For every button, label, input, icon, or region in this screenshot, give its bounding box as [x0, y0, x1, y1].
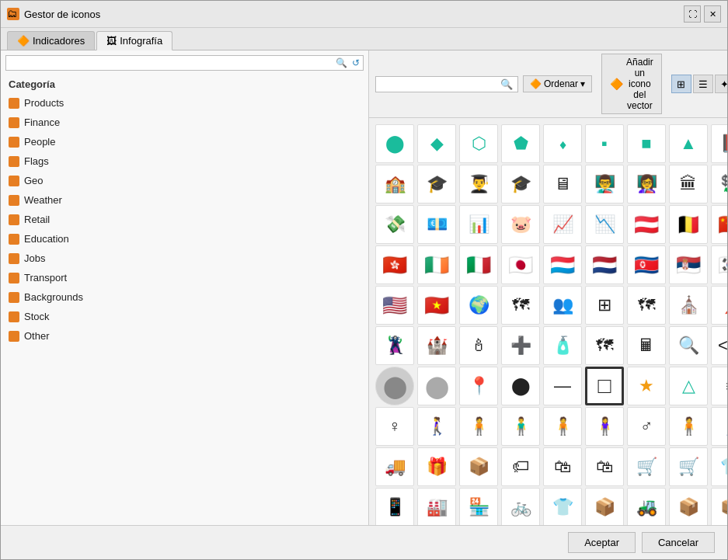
icon-cell[interactable]: ▲ [669, 124, 708, 163]
sidebar-item-other[interactable]: Other [5, 326, 364, 346]
icon-cell[interactable]: 🇺🇸 [375, 286, 414, 325]
view-grid-button[interactable]: ⊞ [671, 75, 691, 93]
icon-cell[interactable]: 📦 [585, 488, 624, 525]
icon-cell[interactable]: □ [585, 367, 624, 405]
icon-cell[interactable]: ≡ [711, 367, 727, 405]
icon-cell[interactable]: 🇷🇸 [669, 245, 708, 284]
icon-cell[interactable]: — [543, 367, 582, 405]
cancel-button[interactable]: Cancelar [642, 532, 715, 553]
icon-cell[interactable]: 📊 [459, 205, 498, 244]
icon-cell[interactable]: 🏛 [669, 165, 708, 203]
icon-cell[interactable]: 👨‍🏫 [585, 165, 624, 203]
icon-cell[interactable]: 🏫 [375, 165, 414, 203]
icon-cell[interactable]: 🗺 [585, 326, 624, 365]
icon-cell[interactable]: 🎁 [417, 447, 456, 486]
sidebar-item-flags[interactable]: Flags [5, 151, 364, 171]
icon-cell[interactable]: 🛒 [669, 447, 708, 486]
icon-cell[interactable]: ⬤ [501, 367, 540, 405]
icon-cell[interactable]: 🏰 [417, 326, 456, 365]
icon-cell[interactable]: 🛒 [627, 447, 666, 486]
tab-infografia[interactable]: 🖼 Infografía [96, 31, 172, 50]
icon-cell[interactable]: 💶 [417, 205, 456, 244]
icon-cell[interactable]: 🧍 [543, 407, 582, 446]
icon-cell[interactable]: 🇭🇰 [375, 245, 414, 284]
icon-cell[interactable]: 💱 [711, 165, 727, 203]
sidebar-item-retail[interactable]: Retail [5, 210, 364, 229]
sidebar-item-backgrounds[interactable]: Backgrounds [5, 287, 364, 307]
add-vector-button[interactable]: 🔶 Añadir un icono del vector [601, 54, 662, 114]
icon-cell[interactable]: 🚶 [711, 407, 727, 446]
icon-cell[interactable]: 💸 [375, 205, 414, 244]
icon-cell[interactable]: </> [711, 326, 727, 365]
icon-cell[interactable]: 🗼 [711, 286, 727, 325]
icon-cell[interactable]: 🚜 [627, 488, 666, 525]
icon-cell[interactable]: 📍 [459, 367, 498, 405]
close-button[interactable]: ✕ [704, 5, 721, 23]
icon-cell[interactable]: 🛍 [585, 447, 624, 486]
icon-cell[interactable]: 📉 [585, 205, 624, 244]
icon-cell[interactable]: 🇰🇵 [627, 245, 666, 284]
icon-cell[interactable]: 🇻🇳 [417, 286, 456, 325]
icon-cell[interactable]: 🖩 [627, 326, 666, 365]
sort-button[interactable]: 🔶 Ordenar ▾ [523, 75, 592, 92]
sidebar-refresh-button[interactable]: ↺ [352, 57, 360, 68]
icon-cell[interactable]: 🚚 [375, 447, 414, 486]
icon-cell[interactable]: 🔍 [669, 326, 708, 365]
maximize-button[interactable]: ⛶ [684, 5, 701, 23]
icon-cell[interactable]: 👩‍🏫 [627, 165, 666, 203]
sidebar-item-education[interactable]: Education [5, 229, 364, 249]
icon-cell[interactable]: 🧴 [543, 326, 582, 365]
right-search-input[interactable] [381, 78, 497, 89]
sidebar-item-products[interactable]: Products [5, 93, 364, 113]
icon-cell[interactable]: 🧍 [459, 407, 498, 446]
icon-cell[interactable]: 🇯🇵 [501, 245, 540, 284]
icon-cell[interactable]: 🧍 [669, 407, 708, 446]
icon-cell[interactable]: 🛍 [543, 447, 582, 486]
tab-indicadores[interactable]: 🔶 Indicadores [7, 31, 95, 50]
icon-cell[interactable]: 🖥 [543, 165, 582, 203]
icon-cell[interactable]: 👕 [543, 488, 582, 525]
accept-button[interactable]: Aceptar [568, 532, 636, 553]
icon-cell[interactable]: 🇦🇹 [627, 205, 666, 244]
icon-cell[interactable]: 🇮🇪 [417, 245, 456, 284]
icon-cell[interactable]: ★ [627, 367, 666, 405]
icon-cell[interactable]: 🐷 [501, 205, 540, 244]
icon-cell[interactable]: ⬤ [375, 124, 414, 163]
icon-cell[interactable]: 🇱🇺 [543, 245, 582, 284]
sidebar-item-transport[interactable]: Transport [5, 268, 364, 287]
icon-cell[interactable]: 🎓 [501, 165, 540, 203]
icon-cell[interactable]: 🇧🇪 [669, 205, 708, 244]
view-settings-button[interactable]: ✦ [715, 75, 727, 93]
icon-cell[interactable]: 🏭 [417, 488, 456, 525]
icon-cell[interactable]: 🌍 [459, 286, 498, 325]
icon-cell[interactable]: 🇨🇳 [711, 205, 727, 244]
sidebar-item-finance[interactable]: Finance [5, 113, 364, 132]
icon-cell[interactable]: △ [669, 367, 708, 405]
icon-cell[interactable]: ■ [627, 124, 666, 163]
sidebar-search-input[interactable] [9, 57, 333, 68]
icon-cell[interactable]: 📦 [711, 488, 727, 525]
icon-cell[interactable]: 🇮🇹 [459, 245, 498, 284]
icon-cell[interactable]: ▪ [585, 124, 624, 163]
icon-cell[interactable]: ⬡ [459, 124, 498, 163]
icon-cell[interactable]: 🎓 [417, 165, 456, 203]
icon-cell[interactable]: 🏷 [501, 447, 540, 486]
icon-cell[interactable]: 🗺 [627, 286, 666, 325]
icon-cell[interactable]: ⬤ [417, 367, 456, 405]
icon-cell[interactable]: ⬟ [501, 124, 540, 163]
icon-cell[interactable]: 🧍‍♀ [585, 407, 624, 446]
icon-cell[interactable]: ♂ [627, 407, 666, 446]
icon-cell[interactable]: 🇳🇱 [585, 245, 624, 284]
view-list-button[interactable]: ☰ [693, 75, 713, 93]
icon-cell[interactable]: 📱 [375, 488, 414, 525]
icon-cell[interactable]: 🧍‍♂ [501, 407, 540, 446]
icon-cell[interactable]: 🕯 [459, 326, 498, 365]
sidebar-search-button[interactable]: 🔍 [336, 57, 347, 68]
icon-cell[interactable]: ♀ [375, 407, 414, 446]
icon-cell[interactable]: 📦 [669, 488, 708, 525]
icon-cell[interactable]: 👥 [543, 286, 582, 325]
icon-cell[interactable]: 🗺 [501, 286, 540, 325]
icon-cell[interactable]: ⊞ [585, 286, 624, 325]
icon-cell[interactable]: 🇰🇷 [711, 245, 727, 284]
sidebar-item-stock[interactable]: Stock [5, 307, 364, 326]
